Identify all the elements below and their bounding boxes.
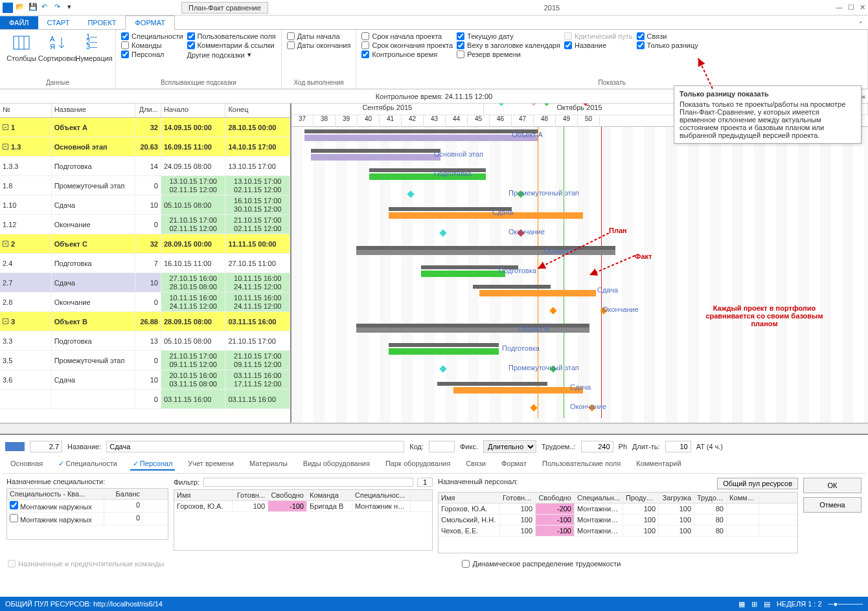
undo-icon[interactable]: ↶ — [41, 3, 52, 13]
status-icon[interactable]: ⊞ — [751, 600, 757, 608]
other-hints-dropdown[interactable]: Другие подсказки ▾ — [187, 50, 276, 59]
table-row[interactable]: 1.3.3Подготовка1424.09.15 08:0013.10.15 … — [0, 157, 290, 176]
details-tab[interactable]: ✓Персонал — [130, 458, 176, 471]
chk-proj-end[interactable]: Срок окончания проекта — [361, 41, 453, 49]
col-start[interactable]: Начало — [161, 104, 226, 117]
col-dur[interactable]: Дли... — [135, 104, 161, 117]
chk-only-diff[interactable]: Только разницу — [637, 41, 698, 49]
chk-milestone-cal[interactable]: Веху в заголовке календаря — [457, 41, 560, 49]
tab-start[interactable]: СТАРТ — [38, 16, 79, 29]
details-tab[interactable]: Формат — [499, 458, 529, 471]
sort-button[interactable]: AЯ Сортировка — [41, 32, 74, 78]
details-tab[interactable]: Комментарий — [634, 458, 683, 471]
gantt-row[interactable]: Сдача — [291, 379, 868, 399]
table-row[interactable]: 003.11.15 16:0003.11.15 16:00 — [0, 390, 290, 409]
ok-button[interactable]: ОК — [803, 478, 862, 493]
status-icon[interactable]: ▦ — [738, 600, 745, 608]
gantt-row[interactable]: Подготовка — [291, 340, 868, 360]
open-icon[interactable]: 📂 — [16, 3, 26, 13]
numbering-button[interactable]: 1—2—3— Нумерация — [78, 32, 110, 78]
gantt-row[interactable]: Окончание — [291, 399, 868, 418]
details-tab[interactable]: Учет времени — [185, 458, 236, 471]
chk-proj-start[interactable]: Срок начала проекта — [361, 32, 453, 40]
table-row[interactable]: 1.8Промежуточный этап013.10.15 17:0002.1… — [0, 176, 290, 195]
chk-userfields[interactable]: Пользовательские поля — [187, 32, 276, 40]
chk-comments[interactable]: Комментарии & ссылки — [187, 41, 276, 49]
table-row[interactable]: -3Объект В26.8828.09.15 08:0003.11.15 16… — [0, 312, 290, 331]
table-row[interactable]: 2.7Сдача1027.10.15 16:0028.10.15 08:0010… — [0, 273, 290, 293]
assigned-grid[interactable]: Имя Готовно... Свободно Специальн... Про… — [438, 492, 798, 553]
details-tab[interactable]: Виды оборудования — [301, 458, 372, 471]
ribbon-tabs: ФАЙЛ СТАРТ ПРОЕКТ ФОРМАТ ˄ — [0, 16, 868, 30]
chk-specialties[interactable]: Специальности — [121, 32, 183, 40]
available-grid[interactable]: Имя Готовн... Свободно Команда Специальн… — [174, 489, 433, 551]
fix-select[interactable]: Длительно — [483, 440, 536, 453]
shared-pool-button[interactable]: Общий пул ресурсов — [717, 478, 798, 489]
cancel-button[interactable]: Отмена — [803, 497, 862, 513]
chk-dynamic-effort[interactable]: Динамическое распределение трудоемкости — [462, 560, 621, 568]
tab-file[interactable]: ФАЙЛ — [0, 16, 38, 29]
chk-start-dates[interactable]: Даты начала — [287, 32, 351, 40]
ribbon-collapse-icon[interactable]: ˄ — [854, 21, 868, 29]
task-name-field[interactable] — [106, 441, 404, 452]
context-tab-label: План-Факт сравнение — [181, 2, 268, 14]
gantt-row[interactable]: Промежуточный этап — [291, 360, 868, 379]
gantt-row[interactable]: Подготовка — [291, 166, 868, 185]
details-tab[interactable]: Связи — [463, 458, 488, 471]
app-icon — [3, 3, 13, 13]
columns-button[interactable]: Столбцы — [5, 32, 38, 78]
maximize-icon[interactable]: ☐ — [848, 3, 854, 12]
col-end[interactable]: Конец — [225, 104, 290, 117]
filter-input[interactable] — [203, 478, 413, 487]
table-row[interactable]: 3.5Промежуточный этап021.10.15 17:0009.1… — [0, 351, 290, 370]
dur-field[interactable] — [665, 441, 691, 452]
zoom-slider[interactable]: ─●───── — [828, 600, 863, 608]
tab-format[interactable]: ФОРМАТ — [125, 16, 175, 30]
table-row[interactable]: 3.6Сдача1020.10.15 16:0003.11.15 08:0003… — [0, 370, 290, 390]
gantt-chart[interactable]: Сентябрь 2015Октябрь 2015Ноябрь 2015 373… — [291, 104, 868, 423]
chk-links[interactable]: Связи — [637, 32, 698, 40]
table-row[interactable]: 2.4Подготовка716.10.15 11:0027.10.15 11:… — [0, 254, 290, 273]
chk-control-time[interactable]: Контрольное время — [361, 50, 453, 58]
filter-count[interactable] — [417, 478, 433, 487]
details-tab[interactable]: Пользовательские поля — [540, 458, 623, 471]
gantt-row[interactable]: Сдача — [291, 205, 868, 224]
qat-dropdown-icon[interactable]: ▾ — [67, 3, 78, 13]
task-code-field[interactable] — [429, 441, 455, 452]
task-grid[interactable]: № Название Дли... Начало Конец -1Объект … — [0, 104, 291, 423]
details-tab[interactable]: ✓Специальности — [56, 458, 120, 471]
gantt-row[interactable]: Основной этап — [291, 146, 868, 166]
chk-end-dates[interactable]: Даты окончания — [287, 41, 351, 49]
specialties-grid[interactable]: Специальность - Ква... Баланс Монтажник … — [6, 488, 168, 540]
col-no[interactable]: № — [0, 104, 52, 117]
status-icon[interactable]: ▤ — [764, 600, 770, 608]
svg-text:3—: 3— — [86, 43, 97, 50]
close-icon[interactable]: ✕ — [860, 3, 865, 12]
collapse-left-icon[interactable]: « — [862, 93, 865, 100]
tab-project[interactable]: ПРОЕКТ — [78, 16, 125, 29]
col-name[interactable]: Название — [52, 104, 135, 117]
table-row[interactable]: -1Объект А3214.09.15 00:0028.10.15 00:00 — [0, 118, 290, 137]
table-row[interactable]: 3.3Подготовка1305.10.15 08:0021.10.15 17… — [0, 331, 290, 351]
table-row[interactable]: -1.3Основной этап20.6316.09.15 11:0014.1… — [0, 137, 290, 157]
details-tab[interactable]: Парк оборудования — [383, 458, 453, 471]
table-row[interactable]: 2.8Окончание010.11.15 16:0024.11.15 12:0… — [0, 293, 290, 312]
table-row[interactable]: 1.10Сдача1005.10.15 08:0016.10.15 17:003… — [0, 195, 290, 215]
effort-field[interactable] — [581, 441, 613, 452]
minimize-icon[interactable]: — — [836, 3, 843, 12]
chk-teams[interactable]: Команды — [121, 41, 183, 49]
table-row[interactable]: -2Объект С3228.09.15 00:0011.11.15 00:00 — [0, 234, 290, 254]
save-icon[interactable]: 💾 — [29, 3, 39, 13]
details-tab[interactable]: Материалы — [247, 458, 290, 471]
chk-time-reserve[interactable]: Резерв времени — [457, 50, 560, 58]
gantt-row[interactable]: Сдача — [291, 282, 868, 302]
horizontal-scrollbar[interactable] — [0, 423, 868, 434]
task-id-field[interactable] — [30, 441, 62, 452]
chk-name[interactable]: Название — [564, 41, 633, 49]
details-tab[interactable]: Основная — [8, 458, 45, 471]
redo-icon[interactable]: ↷ — [54, 3, 65, 13]
chk-personnel[interactable]: Персонал — [121, 50, 183, 58]
gantt-row[interactable]: Промежуточный этап — [291, 185, 868, 205]
table-row[interactable]: 1.12Окончание021.10.15 17:0002.11.15 12:… — [0, 215, 290, 234]
chk-current-date[interactable]: Текущую дату — [457, 32, 560, 40]
